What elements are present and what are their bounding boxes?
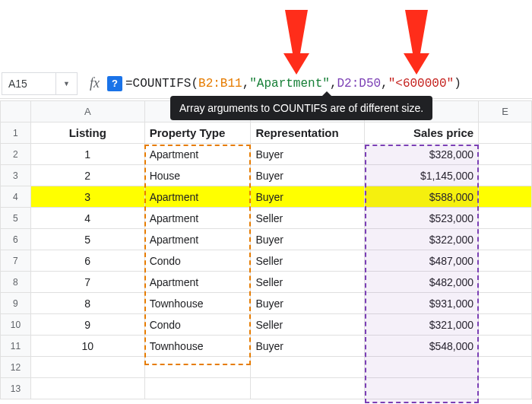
cell[interactable]: 9	[30, 314, 144, 336]
chevron-down-icon: ▼	[63, 80, 70, 87]
cell[interactable]: $487,000	[365, 250, 479, 272]
svg-marker-0	[283, 10, 309, 75]
row-header[interactable]: 10	[1, 314, 31, 336]
cell[interactable]: Buyer	[251, 336, 365, 357]
cell[interactable]: $482,000	[365, 272, 479, 293]
svg-marker-1	[404, 10, 429, 75]
cell[interactable]: Condo	[144, 250, 251, 272]
corner-cell[interactable]	[1, 101, 31, 122]
row-header[interactable]: 13	[1, 378, 31, 399]
cell[interactable]	[251, 357, 365, 378]
formula-func: =COUNTIFS	[125, 77, 191, 91]
row-header[interactable]: 2	[1, 144, 31, 165]
cell[interactable]: 3	[30, 186, 144, 208]
cell[interactable]: $1,145,000	[365, 165, 479, 186]
formula-error-tooltip: Array arguments to COUNTIFS are of diffe…	[170, 96, 432, 120]
formula-input[interactable]: =COUNTIFS(B2:B11,"Apartment",D2:D50,"<60…	[125, 77, 461, 91]
row-header[interactable]: 4	[1, 186, 31, 208]
cell[interactable]	[479, 336, 532, 357]
cell[interactable]	[479, 208, 532, 229]
cell[interactable]: Buyer	[251, 144, 365, 165]
row-header[interactable]: 12	[1, 357, 31, 378]
cell[interactable]: Seller	[251, 250, 365, 272]
row-header[interactable]: 7	[1, 250, 31, 272]
cell[interactable]: $548,000	[365, 336, 479, 357]
formula-range1: B2:B11	[198, 77, 242, 91]
cell[interactable]: Buyer	[251, 186, 365, 208]
cell[interactable]	[365, 378, 479, 399]
name-box[interactable]: A15	[2, 72, 56, 95]
cell[interactable]: 5	[30, 229, 144, 250]
cell[interactable]	[30, 378, 144, 399]
row-header[interactable]: 6	[1, 229, 31, 250]
annotation-arrow-right	[390, 6, 443, 75]
cell[interactable]: $588,000	[365, 186, 479, 208]
row-header[interactable]: 11	[1, 336, 31, 357]
formula-range2: D2:D50	[337, 77, 381, 91]
cell[interactable]: 2	[30, 165, 144, 186]
row-header[interactable]: 8	[1, 272, 31, 293]
cell[interactable]: $523,000	[365, 208, 479, 229]
cell[interactable]	[365, 357, 479, 378]
cell[interactable]: Apartment	[144, 208, 251, 229]
cell[interactable]: 1	[30, 144, 144, 165]
cell[interactable]: Apartment	[144, 272, 251, 293]
cell[interactable]: Townhouse	[144, 336, 251, 357]
row-header[interactable]: 1	[1, 122, 31, 144]
cell[interactable]: Listing	[30, 122, 144, 144]
cell[interactable]: Property Type	[144, 122, 251, 144]
cell[interactable]: $931,000	[365, 293, 479, 314]
cell[interactable]	[479, 186, 532, 208]
cell[interactable]: Apartment	[144, 144, 251, 165]
cell[interactable]	[479, 122, 532, 144]
cell[interactable]: Townhouse	[144, 293, 251, 314]
formula-crit1: "Apartment"	[249, 77, 330, 91]
cell[interactable]	[479, 165, 532, 186]
spreadsheet-grid: A B C D E 1ListingProperty TypeRepresent…	[0, 100, 532, 399]
annotation-arrow-left	[270, 6, 323, 75]
cell[interactable]	[251, 378, 365, 399]
cell[interactable]: 4	[30, 208, 144, 229]
row-header[interactable]: 9	[1, 293, 31, 314]
cell[interactable]	[144, 357, 251, 378]
fx-label: fx	[90, 75, 100, 91]
cell[interactable]	[479, 144, 532, 165]
name-box-dropdown[interactable]: ▼	[56, 72, 78, 95]
formula-bar: A15 ▼ fx ? =COUNTIFS(B2:B11,"Apartment",…	[0, 68, 532, 99]
cell[interactable]	[479, 250, 532, 272]
cell[interactable]	[479, 314, 532, 336]
cell[interactable]	[144, 378, 251, 399]
cell[interactable]: Apartment	[144, 186, 251, 208]
cell[interactable]: $328,000	[365, 144, 479, 165]
cell[interactable]	[479, 293, 532, 314]
cell[interactable]: House	[144, 165, 251, 186]
cell[interactable]: 8	[30, 293, 144, 314]
cell[interactable]: 7	[30, 272, 144, 293]
col-header-E[interactable]: E	[479, 101, 532, 122]
formula-help-icon[interactable]: ?	[107, 76, 122, 91]
cell[interactable]: Representation	[251, 122, 365, 144]
cell[interactable]: Buyer	[251, 165, 365, 186]
cell[interactable]: Seller	[251, 272, 365, 293]
cell[interactable]: Buyer	[251, 229, 365, 250]
row-header[interactable]: 3	[1, 165, 31, 186]
cell[interactable]: Seller	[251, 208, 365, 229]
cell[interactable]: Buyer	[251, 293, 365, 314]
cell[interactable]	[479, 272, 532, 293]
cell[interactable]: $321,000	[365, 314, 479, 336]
col-header-A[interactable]: A	[30, 101, 144, 122]
cell[interactable]: Condo	[144, 314, 251, 336]
formula-crit2: "<600000"	[388, 77, 454, 91]
cell[interactable]: Apartment	[144, 229, 251, 250]
cell[interactable]	[479, 357, 532, 378]
cell[interactable]: Seller	[251, 314, 365, 336]
cell[interactable]: 10	[30, 336, 144, 357]
cell[interactable]	[479, 229, 532, 250]
cell[interactable]: Sales price	[365, 122, 479, 144]
cell[interactable]	[479, 378, 532, 399]
cell[interactable]	[30, 357, 144, 378]
cell[interactable]: 6	[30, 250, 144, 272]
cell[interactable]: $322,000	[365, 229, 479, 250]
row-header[interactable]: 5	[1, 208, 31, 229]
